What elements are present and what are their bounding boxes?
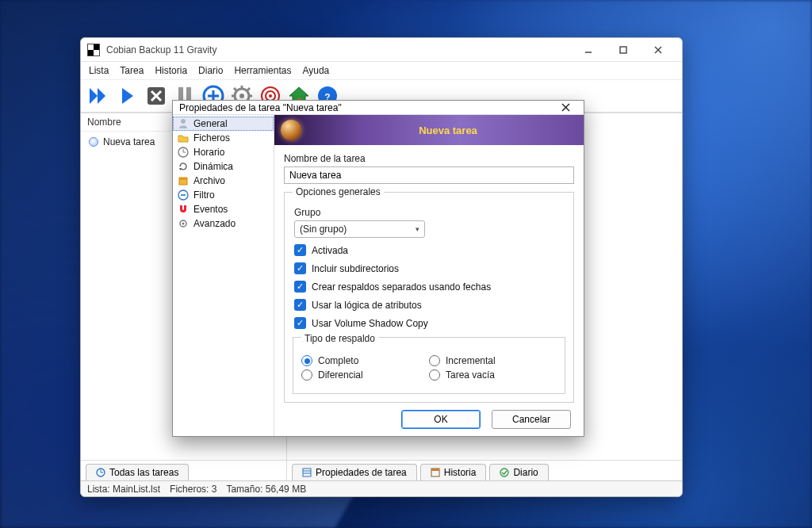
svg-marker-6 [122, 88, 133, 104]
task-name: Nueva tarea [103, 136, 155, 147]
cancel-button[interactable]: Cancelar [492, 410, 571, 429]
tab-diario[interactable]: Diario [489, 464, 548, 480]
general-options-legend: Opciones generales [293, 186, 384, 197]
run-icon[interactable] [116, 84, 140, 108]
stop-icon[interactable] [144, 84, 168, 108]
archive-icon [178, 175, 189, 186]
status-ficheros: Ficheros: 3 [170, 484, 216, 495]
dialog-close-button[interactable] [561, 103, 577, 112]
svg-point-40 [500, 469, 508, 476]
window-title: Cobian Backup 11 Gravity [106, 44, 216, 55]
dialog-titlebar: Propiedades de la tarea "Nueva tarea" [173, 101, 584, 115]
minimize-button[interactable] [571, 39, 606, 61]
checkbox-atributos[interactable]: ✓ Usar la lógica de atributos [294, 299, 565, 311]
diary-icon [500, 468, 509, 477]
nav-general[interactable]: General [173, 117, 274, 131]
group-select[interactable]: (Sin grupo) ▾ [294, 220, 425, 238]
run-all-icon[interactable] [87, 84, 111, 108]
close-button[interactable] [641, 39, 676, 61]
svg-rect-39 [431, 469, 439, 471]
nav-dinamica[interactable]: Dinámica [173, 159, 274, 174]
banner-title: Nueva tarea [419, 124, 477, 136]
menu-lista[interactable]: Lista [89, 65, 109, 76]
checkmark-icon: ✓ [294, 299, 306, 311]
properties-icon [302, 468, 312, 477]
status-bar: Lista: MainList.lst Ficheros: 3 Tamaño: … [81, 480, 682, 496]
svg-marker-4 [90, 88, 98, 104]
tab-todas-las-tareas[interactable]: Todas las tareas [86, 464, 189, 480]
nav-eventos[interactable]: Eventos [173, 202, 274, 216]
task-properties-dialog: Propiedades de la tarea "Nueva tarea" Ge… [172, 100, 584, 437]
dialog-title: Propiedades de la tarea "Nueva tarea" [179, 102, 342, 113]
svg-rect-35 [303, 469, 311, 476]
radio-completo[interactable]: Completo [301, 355, 429, 366]
checkbox-fechas[interactable]: ✓ Crear respaldos separados usando fecha… [294, 281, 565, 293]
checkmark-icon: ✓ [294, 244, 306, 256]
refresh-icon [178, 161, 189, 172]
group-label: Grupo [294, 207, 565, 218]
dialog-banner: Nueva tarea [274, 115, 584, 145]
maximize-button[interactable] [606, 39, 641, 61]
nav-avanzado[interactable]: Avanzado [173, 216, 274, 231]
titlebar: Cobian Backup 11 Gravity [81, 38, 682, 62]
nav-ficheros[interactable]: Ficheros [173, 131, 274, 145]
radio-incremental[interactable]: Incremental [429, 355, 557, 366]
checkmark-icon: ✓ [294, 317, 306, 329]
svg-marker-5 [98, 88, 105, 104]
planet-icon [281, 120, 301, 140]
menu-historia[interactable]: Historia [155, 65, 187, 76]
app-icon [87, 44, 100, 56]
folder-icon [178, 132, 189, 143]
svg-point-27 [269, 94, 272, 98]
svg-point-53 [182, 223, 185, 225]
chevron-down-icon: ▾ [416, 225, 419, 233]
menu-diario[interactable]: Diario [198, 65, 223, 76]
radio-diferencial[interactable]: Diferencial [301, 369, 429, 381]
checkmark-icon: ✓ [294, 262, 306, 274]
task-status-icon [89, 137, 98, 147]
clock-icon [178, 147, 189, 158]
svg-point-16 [239, 94, 244, 98]
nav-horario[interactable]: Horario [173, 145, 274, 159]
nav-filtro[interactable]: Filtro [173, 188, 274, 202]
general-options-group: Opciones generales Grupo (Sin grupo) ▾ ✓… [284, 192, 574, 403]
checkmark-icon: ✓ [294, 281, 306, 293]
backup-type-group: Tipo de respaldo Completo Dif [293, 337, 565, 394]
svg-line-23 [247, 88, 250, 90]
svg-rect-1 [620, 47, 626, 53]
clock-icon [96, 468, 105, 477]
menu-tarea[interactable]: Tarea [120, 65, 144, 76]
task-name-label: Nombre de la tarea [284, 153, 574, 164]
svg-line-21 [234, 88, 236, 90]
menu-herramientas[interactable]: Herramientas [234, 65, 291, 76]
task-name-input[interactable] [284, 166, 574, 184]
dialog-nav: General Ficheros Horario Dinámica Archiv… [173, 115, 274, 436]
person-icon [178, 118, 189, 129]
checkbox-activada[interactable]: ✓ Activada [294, 244, 565, 256]
svg-point-43 [181, 119, 186, 124]
gear-small-icon [178, 218, 189, 229]
status-tamano: Tamaño: 56,49 MB [226, 484, 306, 495]
svg-rect-49 [179, 178, 187, 180]
menu-bar: Lista Tarea Historia Diario Herramientas… [81, 62, 682, 79]
minus-circle-icon [178, 189, 189, 201]
magnet-icon [178, 204, 189, 215]
nav-archivo[interactable]: Archivo [173, 174, 274, 188]
ok-button[interactable]: OK [401, 410, 481, 429]
menu-ayuda[interactable]: Ayuda [302, 65, 329, 76]
status-lista: Lista: MainList.lst [87, 484, 160, 495]
tab-propiedades[interactable]: Propiedades de tarea [292, 464, 417, 480]
history-icon [431, 468, 440, 477]
checkbox-vss[interactable]: ✓ Usar Volume Shadow Copy [294, 317, 565, 329]
checkbox-subdirectorios[interactable]: ✓ Incluir subdirectorios [294, 262, 565, 274]
backup-type-legend: Tipo de respaldo [301, 333, 378, 344]
radio-tarea-vacia[interactable]: Tarea vacía [429, 369, 557, 381]
tab-historia[interactable]: Historia [420, 464, 487, 480]
